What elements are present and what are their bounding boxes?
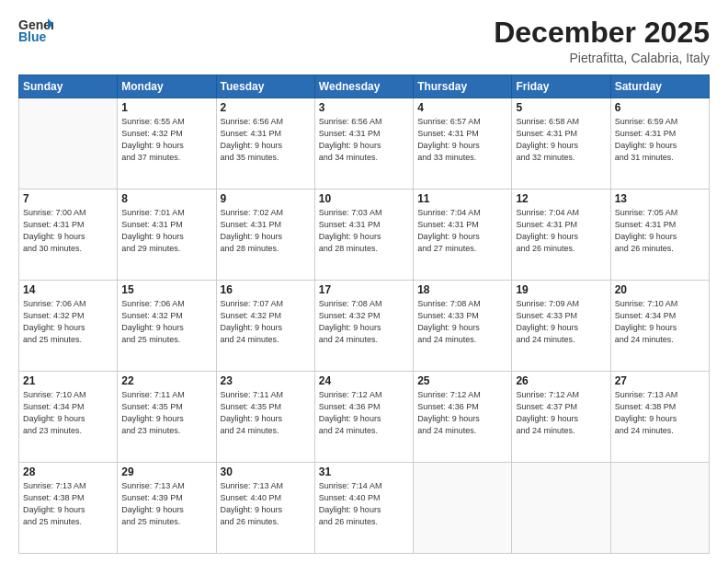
day-cell: 14Sunrise: 7:06 AM Sunset: 4:32 PM Dayli… <box>19 281 118 372</box>
col-header-sunday: Sunday <box>19 75 118 98</box>
day-info: Sunrise: 7:13 AM Sunset: 4:38 PM Dayligh… <box>23 480 113 528</box>
day-number: 25 <box>417 374 507 387</box>
day-info: Sunrise: 6:59 AM Sunset: 4:31 PM Dayligh… <box>615 116 705 164</box>
day-number: 21 <box>23 374 113 387</box>
page: General Blue December 2025 Pietrafitta, … <box>0 0 728 563</box>
day-cell: 28Sunrise: 7:13 AM Sunset: 4:38 PM Dayli… <box>19 463 118 554</box>
day-cell: 16Sunrise: 7:07 AM Sunset: 4:32 PM Dayli… <box>216 281 314 372</box>
day-cell: 7Sunrise: 7:00 AM Sunset: 4:31 PM Daylig… <box>19 190 118 281</box>
subtitle: Pietrafitta, Calabria, Italy <box>494 51 710 65</box>
day-cell: 3Sunrise: 6:56 AM Sunset: 4:31 PM Daylig… <box>314 98 413 190</box>
day-number: 5 <box>516 101 606 114</box>
day-number: 8 <box>121 192 211 205</box>
day-info: Sunrise: 7:04 AM Sunset: 4:31 PM Dayligh… <box>516 207 606 255</box>
day-number: 18 <box>417 283 507 296</box>
day-info: Sunrise: 7:04 AM Sunset: 4:31 PM Dayligh… <box>417 207 507 255</box>
day-cell: 8Sunrise: 7:01 AM Sunset: 4:31 PM Daylig… <box>118 190 216 281</box>
day-cell: 25Sunrise: 7:12 AM Sunset: 4:36 PM Dayli… <box>414 372 512 463</box>
calendar-table: SundayMondayTuesdayWednesdayThursdayFrid… <box>18 75 710 554</box>
day-number: 17 <box>319 283 409 296</box>
day-number: 30 <box>221 465 311 478</box>
day-cell <box>512 463 610 554</box>
day-number: 3 <box>319 101 409 114</box>
day-cell: 19Sunrise: 7:09 AM Sunset: 4:33 PM Dayli… <box>512 281 610 372</box>
day-number: 1 <box>121 101 211 114</box>
day-number: 29 <box>121 465 211 478</box>
week-row-1: 1Sunrise: 6:55 AM Sunset: 4:32 PM Daylig… <box>19 98 710 190</box>
day-info: Sunrise: 7:02 AM Sunset: 4:31 PM Dayligh… <box>221 207 311 255</box>
week-row-3: 14Sunrise: 7:06 AM Sunset: 4:32 PM Dayli… <box>19 281 710 372</box>
day-cell: 12Sunrise: 7:04 AM Sunset: 4:31 PM Dayli… <box>512 190 610 281</box>
logo: General Blue <box>18 17 53 42</box>
day-number: 13 <box>615 192 705 205</box>
day-number: 27 <box>615 374 705 387</box>
day-info: Sunrise: 7:08 AM Sunset: 4:33 PM Dayligh… <box>417 298 507 346</box>
day-number: 14 <box>23 283 113 296</box>
day-cell: 22Sunrise: 7:11 AM Sunset: 4:35 PM Dayli… <box>118 372 216 463</box>
day-cell: 15Sunrise: 7:06 AM Sunset: 4:32 PM Dayli… <box>118 281 216 372</box>
day-info: Sunrise: 7:13 AM Sunset: 4:39 PM Dayligh… <box>121 480 211 528</box>
day-cell: 31Sunrise: 7:14 AM Sunset: 4:40 PM Dayli… <box>314 463 413 554</box>
day-number: 11 <box>417 192 507 205</box>
week-row-5: 28Sunrise: 7:13 AM Sunset: 4:38 PM Dayli… <box>19 463 710 554</box>
day-info: Sunrise: 6:55 AM Sunset: 4:32 PM Dayligh… <box>121 116 211 164</box>
day-cell: 20Sunrise: 7:10 AM Sunset: 4:34 PM Dayli… <box>610 281 709 372</box>
day-info: Sunrise: 7:07 AM Sunset: 4:32 PM Dayligh… <box>221 298 311 346</box>
day-info: Sunrise: 7:12 AM Sunset: 4:37 PM Dayligh… <box>516 389 606 437</box>
day-number: 26 <box>516 374 606 387</box>
header: General Blue December 2025 Pietrafitta, … <box>18 17 710 65</box>
day-number: 15 <box>121 283 211 296</box>
day-cell: 6Sunrise: 6:59 AM Sunset: 4:31 PM Daylig… <box>610 98 709 190</box>
day-number: 4 <box>417 101 507 114</box>
day-info: Sunrise: 7:14 AM Sunset: 4:40 PM Dayligh… <box>319 480 409 528</box>
day-cell: 17Sunrise: 7:08 AM Sunset: 4:32 PM Dayli… <box>314 281 413 372</box>
day-info: Sunrise: 7:12 AM Sunset: 4:36 PM Dayligh… <box>319 389 409 437</box>
day-number: 19 <box>516 283 606 296</box>
day-cell: 4Sunrise: 6:57 AM Sunset: 4:31 PM Daylig… <box>414 98 512 190</box>
day-cell: 24Sunrise: 7:12 AM Sunset: 4:36 PM Dayli… <box>314 372 413 463</box>
day-info: Sunrise: 7:05 AM Sunset: 4:31 PM Dayligh… <box>615 207 705 255</box>
day-number: 7 <box>23 192 113 205</box>
col-header-wednesday: Wednesday <box>314 75 413 98</box>
day-cell: 18Sunrise: 7:08 AM Sunset: 4:33 PM Dayli… <box>414 281 512 372</box>
day-number: 16 <box>221 283 311 296</box>
day-info: Sunrise: 7:08 AM Sunset: 4:32 PM Dayligh… <box>319 298 409 346</box>
day-info: Sunrise: 7:13 AM Sunset: 4:40 PM Dayligh… <box>221 480 311 528</box>
day-number: 23 <box>221 374 311 387</box>
day-number: 31 <box>319 465 409 478</box>
day-info: Sunrise: 7:11 AM Sunset: 4:35 PM Dayligh… <box>221 389 311 437</box>
day-cell: 27Sunrise: 7:13 AM Sunset: 4:38 PM Dayli… <box>610 372 709 463</box>
week-row-4: 21Sunrise: 7:10 AM Sunset: 4:34 PM Dayli… <box>19 372 710 463</box>
day-info: Sunrise: 7:10 AM Sunset: 4:34 PM Dayligh… <box>23 389 113 437</box>
svg-text:Blue: Blue <box>18 29 47 42</box>
day-cell: 29Sunrise: 7:13 AM Sunset: 4:39 PM Dayli… <box>118 463 216 554</box>
day-cell: 13Sunrise: 7:05 AM Sunset: 4:31 PM Dayli… <box>610 190 709 281</box>
day-info: Sunrise: 6:58 AM Sunset: 4:31 PM Dayligh… <box>516 116 606 164</box>
week-row-2: 7Sunrise: 7:00 AM Sunset: 4:31 PM Daylig… <box>19 190 710 281</box>
header-row: SundayMondayTuesdayWednesdayThursdayFrid… <box>19 75 710 98</box>
col-header-monday: Monday <box>118 75 216 98</box>
day-cell: 5Sunrise: 6:58 AM Sunset: 4:31 PM Daylig… <box>512 98 610 190</box>
day-cell: 10Sunrise: 7:03 AM Sunset: 4:31 PM Dayli… <box>314 190 413 281</box>
logo-icon: General Blue <box>18 17 53 42</box>
day-info: Sunrise: 7:00 AM Sunset: 4:31 PM Dayligh… <box>23 207 113 255</box>
col-header-thursday: Thursday <box>414 75 512 98</box>
day-info: Sunrise: 6:57 AM Sunset: 4:31 PM Dayligh… <box>417 116 507 164</box>
day-cell: 1Sunrise: 6:55 AM Sunset: 4:32 PM Daylig… <box>118 98 216 190</box>
day-cell: 30Sunrise: 7:13 AM Sunset: 4:40 PM Dayli… <box>216 463 314 554</box>
day-info: Sunrise: 7:03 AM Sunset: 4:31 PM Dayligh… <box>319 207 409 255</box>
day-cell: 9Sunrise: 7:02 AM Sunset: 4:31 PM Daylig… <box>216 190 314 281</box>
day-cell: 21Sunrise: 7:10 AM Sunset: 4:34 PM Dayli… <box>19 372 118 463</box>
day-info: Sunrise: 7:10 AM Sunset: 4:34 PM Dayligh… <box>615 298 705 346</box>
month-title: December 2025 <box>494 17 710 49</box>
day-info: Sunrise: 7:12 AM Sunset: 4:36 PM Dayligh… <box>417 389 507 437</box>
day-number: 20 <box>615 283 705 296</box>
day-number: 10 <box>319 192 409 205</box>
day-info: Sunrise: 6:56 AM Sunset: 4:31 PM Dayligh… <box>319 116 409 164</box>
day-info: Sunrise: 7:11 AM Sunset: 4:35 PM Dayligh… <box>121 389 211 437</box>
title-area: December 2025 Pietrafitta, Calabria, Ita… <box>494 17 710 65</box>
day-info: Sunrise: 7:01 AM Sunset: 4:31 PM Dayligh… <box>121 207 211 255</box>
day-cell <box>610 463 709 554</box>
day-number: 2 <box>221 101 311 114</box>
day-number: 22 <box>121 374 211 387</box>
